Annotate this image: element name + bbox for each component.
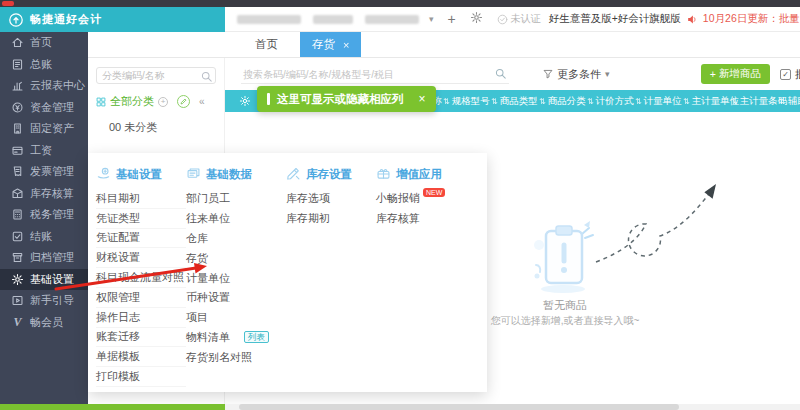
close-icon[interactable]: × xyxy=(343,39,349,51)
sidebar-item-calculator[interactable]: 税务管理 xyxy=(0,204,88,226)
menu-item[interactable]: 权限管理 xyxy=(96,288,186,308)
menu-item[interactable]: 项目 xyxy=(186,308,286,328)
scrollbar-thumb[interactable] xyxy=(239,404,679,410)
settings-gear-icon[interactable] xyxy=(470,10,483,28)
menu-item[interactable]: 计量单位 xyxy=(186,268,286,288)
tab-home[interactable]: 首页 xyxy=(255,32,278,57)
sidebar-item-label: 新手引导 xyxy=(30,293,74,308)
menu-item[interactable]: 科目期初 xyxy=(96,189,186,209)
sort-icon[interactable]: ⇅ xyxy=(731,97,738,106)
sidebar-item-label: 基础设置 xyxy=(30,272,74,287)
menu-item[interactable]: 科目现金流量对照 xyxy=(96,268,186,288)
update-notice[interactable]: 10月26日更新：批量、期末结转优化 播放 xyxy=(687,12,800,26)
category-all-row[interactable]: 全部分类 + « xyxy=(96,94,216,109)
add-product-button[interactable]: + 新增商品 xyxy=(701,64,770,84)
menu-section-title: 增值应用 xyxy=(376,166,480,183)
brand-name: 畅捷通好会计 xyxy=(30,12,102,27)
search-icon[interactable] xyxy=(495,65,506,83)
menu-item[interactable]: 凭证类型 xyxy=(96,209,186,229)
table-column-header[interactable]: ⇅辅助计量 xyxy=(779,95,800,108)
sidebar-item-label: 结账 xyxy=(30,229,52,244)
product-search-input[interactable] xyxy=(241,67,509,84)
menu-item[interactable]: 往来单位 xyxy=(186,209,286,229)
sidebar-item-money[interactable]: 资金管理 xyxy=(0,97,88,119)
badge-icon xyxy=(497,14,508,25)
menu-item[interactable]: 单据模板 xyxy=(96,347,186,367)
sidebar-item-box[interactable]: 库存核算 xyxy=(0,183,88,205)
column-settings-gear-icon[interactable] xyxy=(239,95,251,107)
stock-settings-icon xyxy=(286,166,301,183)
report-icon xyxy=(11,79,24,92)
sort-icon[interactable]: ⇅ xyxy=(491,97,498,106)
sidebar-item-report[interactable]: 云报表中心 xyxy=(0,75,88,97)
table-column-header[interactable]: ⇅商品类型 xyxy=(491,95,539,108)
menu-item[interactable]: 凭证配置 xyxy=(96,229,186,249)
chevron-down-icon: ▾ xyxy=(605,69,610,79)
plus-icon: + xyxy=(710,68,716,80)
sort-icon[interactable]: ⇅ xyxy=(443,97,450,106)
table-column-header[interactable]: ⇅主计量条码 xyxy=(731,95,779,108)
menu-item[interactable]: 财税设置 xyxy=(96,248,186,268)
menu-section-title: 基础数据 xyxy=(186,166,286,183)
menu-column-base-data: 基础数据部门员工往来单位仓库存货计量单位币种设置项目物料清单列表存货别名对照 xyxy=(186,153,286,392)
edit-category-button[interactable] xyxy=(177,95,190,108)
table-column-header[interactable]: ⇅计价方式 xyxy=(587,95,635,108)
add-account-button[interactable]: + xyxy=(448,12,456,26)
menu-item[interactable]: 库存期初 xyxy=(286,209,374,229)
checkbox-checked-icon[interactable]: ✓ xyxy=(780,69,791,80)
chevron-down-icon[interactable]: ▾ xyxy=(429,14,434,24)
close-icon[interactable]: × xyxy=(419,92,426,106)
menu-item[interactable]: 打印模板 xyxy=(96,367,186,387)
sidebar-item-ledger[interactable]: 总账 xyxy=(0,54,88,76)
sort-icon[interactable]: ⇅ xyxy=(635,97,642,106)
menu-item[interactable]: 部门员工 xyxy=(186,189,286,209)
sidebar-item-archive[interactable]: 归档管理 xyxy=(0,247,88,269)
menu-item[interactable]: 账套迁移 xyxy=(96,328,186,348)
archive-icon xyxy=(11,251,24,264)
tooltip-text: 这里可显示或隐藏相应列 xyxy=(277,92,404,107)
table-column-header[interactable]: ⇅商品分类 xyxy=(539,95,587,108)
category-item[interactable]: 00 未分类 xyxy=(96,120,216,135)
sidebar-item-gear[interactable]: 基础设置 xyxy=(0,269,88,291)
batch-actions-toggle[interactable]: ✓ 批量操作 xyxy=(780,67,800,82)
sort-icon[interactable]: ⇅ xyxy=(683,97,690,106)
sort-icon[interactable]: ⇅ xyxy=(539,97,546,106)
sort-icon[interactable]: ⇅ xyxy=(779,97,786,106)
more-filters-button[interactable]: 更多条件 ▾ xyxy=(543,67,610,82)
table-column-header[interactable]: ⇅计量单位 xyxy=(635,95,683,108)
table-column-header[interactable]: ⇅规格型号 xyxy=(443,95,491,108)
sidebar-item-v[interactable]: V畅会员 xyxy=(0,312,88,334)
menu-item[interactable]: 存货别名对照 xyxy=(186,347,286,367)
menu-item[interactable]: 仓库 xyxy=(186,229,286,249)
bottom-green-bar xyxy=(0,404,225,410)
menu-item[interactable]: 币种设置 xyxy=(186,288,286,308)
category-search xyxy=(96,65,216,84)
collapse-panel-icon[interactable]: « xyxy=(199,96,205,107)
empty-clipboard-illustration xyxy=(530,221,596,295)
money-icon xyxy=(11,101,24,114)
menu-item[interactable]: 库存核算 xyxy=(376,209,480,229)
sidebar-item-building[interactable]: 固定资产 xyxy=(0,118,88,140)
sidebar-item-invoice[interactable]: 发票管理 xyxy=(0,161,88,183)
sidebar-item-play[interactable]: 新手引导 xyxy=(0,290,88,312)
tab-inventory[interactable]: 存货 × xyxy=(300,32,361,57)
empty-state-title: 暂无商品 xyxy=(505,298,625,313)
menu-item[interactable]: 操作日志 xyxy=(96,308,186,328)
edition-label: 好生意普及版+好会计旗舰版 xyxy=(549,12,681,26)
base-data-icon xyxy=(186,166,201,183)
sidebar-item-check[interactable]: 结账 xyxy=(0,226,88,248)
base-settings-icon xyxy=(96,166,111,183)
sidebar-item-label: 发票管理 xyxy=(30,164,74,179)
table-column-header[interactable]: ⇅主计量单位 xyxy=(683,95,731,108)
add-category-icon[interactable]: + xyxy=(158,97,168,107)
menu-item[interactable]: 存货 xyxy=(186,248,286,268)
sort-icon[interactable]: ⇅ xyxy=(587,97,594,106)
menu-item[interactable]: 物料清单列表 xyxy=(186,328,286,348)
category-search-input[interactable] xyxy=(96,67,216,84)
sidebar-item-home[interactable]: 首页 xyxy=(0,32,88,54)
sidebar-item-card[interactable]: 工资 xyxy=(0,140,88,162)
menu-item[interactable]: 库存选项 xyxy=(286,189,374,209)
sidebar: 首页总账云报表中心资金管理固定资产工资发票管理库存核算税务管理结账归档管理基础设… xyxy=(0,32,88,410)
menu-item[interactable]: 小畅报销NEW xyxy=(376,189,480,209)
horizontal-scrollbar[interactable] xyxy=(225,404,800,410)
